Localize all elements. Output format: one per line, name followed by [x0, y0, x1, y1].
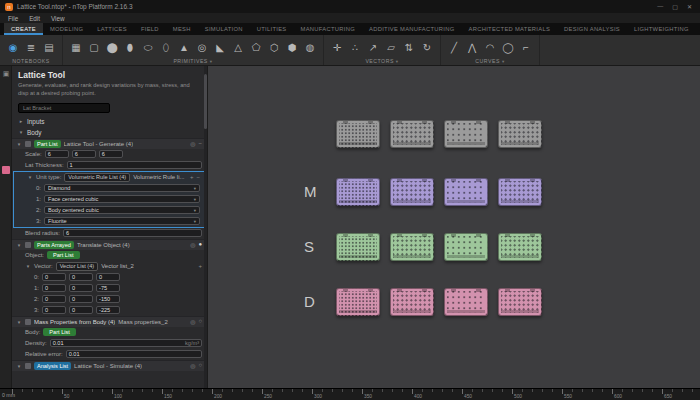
chevron-icon[interactable]: ▾ [16, 319, 22, 325]
lattice-part-diamond-M[interactable] [336, 178, 380, 206]
cylinder-icon[interactable]: ⬭ [141, 43, 155, 53]
mesh-sphere-icon[interactable]: ◍ [303, 43, 317, 53]
tree-row-unit-type[interactable]: ▾Unit type:Volumetric Rule List (4)Volum… [14, 172, 205, 183]
tree-row-0[interactable]: 0:000 [12, 272, 207, 283]
tree-row-mass-properties-from-body-4[interactable]: ▾Mass Properties from Body (4)Mass prope… [12, 316, 207, 327]
chevron-icon[interactable]: ▾ [16, 363, 22, 369]
prism-icon[interactable]: ⬠ [249, 43, 263, 53]
badge-vector-list-4[interactable]: Vector List (4) [56, 262, 99, 271]
torus-icon[interactable]: ◎ [195, 43, 209, 53]
rounded-box-icon[interactable]: ▢ [87, 43, 101, 53]
circle-icon[interactable]: ○ [198, 362, 202, 369]
plane-icon[interactable]: ▱ [384, 43, 398, 53]
menu-edit[interactable]: Edit [29, 15, 40, 22]
chevron-icon[interactable]: ▾ [16, 242, 22, 248]
input-1[interactable]: -75 [96, 284, 120, 292]
axes-icon[interactable]: ✛ [330, 43, 344, 53]
reference-pill-part-list[interactable]: Part List [43, 328, 76, 336]
tree-row-vector[interactable]: ▾Vector:Vector List (4)Vector list_2+ [12, 261, 207, 272]
plus-icon[interactable]: + [198, 263, 202, 269]
tab-mesh[interactable]: MESH [166, 23, 198, 35]
tab-topology-optimization[interactable]: TOPOLOGY OPTIMIZATION [696, 23, 700, 35]
swap-vectors-icon[interactable]: ⇅ [402, 43, 416, 53]
input-0[interactable]: 0 [96, 273, 120, 281]
tree-row-3[interactable]: 3:00-225 [12, 305, 207, 316]
chevron-icon[interactable]: ▾ [25, 263, 31, 269]
tab-lattices[interactable]: LATTICES [90, 23, 134, 35]
dodecahedron-icon[interactable]: ⬢ [285, 43, 299, 53]
scrollbar-thumb[interactable] [204, 74, 207, 129]
toolbar-label-curves[interactable]: CURVES▾ [447, 58, 533, 64]
input-relative-error[interactable]: 0.01 [66, 350, 202, 358]
minus-icon[interactable]: − [198, 140, 202, 147]
lattice-part-face-centered-cubic-M[interactable] [390, 178, 434, 206]
menu-file[interactable]: File [8, 15, 18, 22]
tree-row-2[interactable]: 2:00-150 [12, 294, 207, 305]
input-scale[interactable]: 6 [99, 150, 123, 158]
tree-row-lat-thickness[interactable]: Lat Thickness:1 [12, 160, 207, 171]
section-body[interactable]: ▾Body [12, 127, 207, 138]
tree-row-0[interactable]: 0:Diamond▾ [14, 183, 205, 194]
tree-row-1[interactable]: 1:00-75 [12, 283, 207, 294]
rotate-vector-icon[interactable]: ↻ [420, 43, 434, 53]
input-blend-radius[interactable]: 6 [63, 229, 202, 237]
plus-icon[interactable]: + [190, 174, 194, 180]
lattice-part-face-centered-cubic-S[interactable] [390, 233, 434, 261]
input-2[interactable]: -150 [96, 295, 120, 303]
minimize-button[interactable]: — [657, 3, 663, 10]
notebook-tab-icon[interactable]: ▣ [2, 70, 10, 78]
tree-row-blend-radius[interactable]: Blend radius:6 [12, 228, 207, 239]
input-1[interactable]: 0 [69, 284, 93, 292]
notebook-list-icon[interactable]: ≣ [24, 43, 38, 53]
close-button[interactable]: ✕ [687, 3, 692, 10]
tree-row-1[interactable]: 1:Face centered cubic▾ [14, 194, 205, 205]
input-2[interactable]: 0 [69, 295, 93, 303]
tab-manufacturing[interactable]: MANUFACTURING [294, 23, 362, 35]
lattice-part-body-centered-cubic-base[interactable] [444, 120, 488, 148]
lattice-part-body-centered-cubic-M[interactable] [444, 178, 488, 206]
section-inputs[interactable]: ▸Inputs [12, 116, 207, 127]
select-fluorite[interactable]: Fluorite▾ [44, 217, 200, 225]
tab-design-analysis[interactable]: DESIGN ANALYSIS [557, 23, 627, 35]
tab-simulation[interactable]: SIMULATION [198, 23, 250, 35]
lattice-part-face-centered-cubic-D[interactable] [390, 288, 434, 316]
input-0[interactable]: 0 [69, 273, 93, 281]
reference-pill-part-list[interactable]: Part List [47, 251, 80, 259]
tab-utilities[interactable]: UTILITIES [250, 23, 294, 35]
chevron-icon[interactable]: ▾ [16, 141, 22, 147]
tab-lightweighting[interactable]: LIGHTWEIGHTING [627, 23, 696, 35]
input-0[interactable]: 0 [42, 273, 66, 281]
section-marker-swatch[interactable] [2, 166, 10, 174]
input-1[interactable]: 0 [42, 284, 66, 292]
tree-row-object[interactable]: Object:Part List [12, 250, 207, 261]
lattice-part-fluorite-base[interactable] [498, 120, 542, 148]
input-lat-thickness[interactable]: 1 [67, 161, 202, 169]
cone-icon[interactable]: ▲ [177, 43, 191, 53]
tab-create[interactable]: CREATE [4, 23, 43, 35]
circle-icon[interactable]: ○ [198, 318, 202, 325]
lattice-part-fluorite-D[interactable] [498, 288, 542, 316]
tree-row-2[interactable]: 2:Body centered cubic▾ [14, 205, 205, 216]
tree-row-density[interactable]: Density:0.01kg/m³ [12, 338, 207, 349]
probe-icon[interactable]: ◎ [190, 140, 195, 147]
polyhedron-icon[interactable]: ⬡ [267, 43, 281, 53]
tab-modeling[interactable]: MODELING [43, 23, 90, 35]
tree-row-analysis-list[interactable]: ▾Analysis ListLattice Tool - Simulate (4… [12, 360, 207, 371]
minus-icon[interactable]: − [196, 174, 200, 180]
circle-icon[interactable]: ◯ [501, 43, 515, 53]
ellipsoid-icon[interactable]: ⬮ [123, 43, 137, 53]
lattice-part-diamond-S[interactable] [336, 233, 380, 261]
chevron-icon[interactable]: ▾ [27, 174, 33, 180]
tree-row-part-list[interactable]: ▾Part ListLattice Tool - Generate (4)◎− [12, 138, 207, 149]
lattice-part-diamond-base[interactable] [336, 120, 380, 148]
input-scale[interactable]: 6 [72, 150, 96, 158]
lattice-part-fluorite-M[interactable] [498, 178, 542, 206]
select-face-centered-cubic[interactable]: Face centered cubic▾ [44, 195, 200, 203]
arc-icon[interactable]: ◠ [483, 43, 497, 53]
tree-row-scale[interactable]: Scale:666 [12, 149, 207, 160]
tree-row-body[interactable]: Body:Part List [12, 327, 207, 338]
chevron-icon[interactable]: ▾ [18, 129, 24, 135]
probe-icon[interactable]: ◎ [190, 362, 195, 369]
input-3[interactable]: 0 [69, 306, 93, 314]
chevron-icon[interactable]: ▸ [18, 118, 24, 124]
